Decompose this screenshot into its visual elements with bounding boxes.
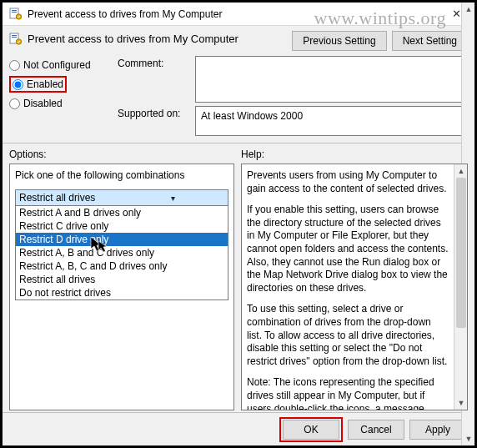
policy-icon	[9, 33, 23, 46]
scroll-thumb[interactable]	[456, 178, 466, 328]
scrollbar[interactable]: ▲ ▼	[454, 164, 467, 410]
radio-label: Disabled	[23, 98, 63, 109]
dropdown-item[interactable]: Restrict all drives	[16, 273, 228, 286]
radio-enabled-input[interactable]	[13, 79, 23, 90]
previous-setting-button[interactable]: Previous Setting	[292, 31, 386, 51]
help-paragraph: To use this setting, select a drive or c…	[247, 303, 449, 368]
window-title: Prevent access to drives from My Compute…	[28, 8, 444, 20]
chevron-down-icon: ▾	[122, 194, 224, 203]
dropdown-item[interactable]: Restrict A and B drives only	[16, 206, 228, 219]
options-label: Options:	[9, 147, 234, 164]
divider	[3, 143, 474, 143]
supported-label: Supported on:	[118, 106, 188, 119]
options-prompt: Pick one of the following combinations	[15, 169, 228, 181]
ok-button[interactable]: OK	[283, 420, 339, 440]
bottom-bar: OK Cancel Apply	[3, 412, 474, 445]
titlebar: Prevent access to drives from My Compute…	[3, 3, 474, 26]
radio-not-configured[interactable]: Not Configured	[9, 59, 101, 71]
radio-not-configured-input[interactable]	[9, 60, 20, 71]
supported-box: At least Windows 2000 ▲ ▼	[195, 106, 468, 136]
scroll-up-icon[interactable]: ▲	[454, 164, 468, 178]
apply-button[interactable]: Apply	[409, 420, 466, 440]
comment-input[interactable]	[195, 56, 468, 103]
dropdown-list: Restrict A and B drives onlyRestrict C d…	[16, 205, 228, 300]
dropdown-selected-text: Restrict all drives	[19, 192, 122, 204]
next-setting-button[interactable]: Next Setting	[392, 31, 468, 51]
help-panel: Prevents users from using My Computer to…	[241, 164, 468, 410]
radio-enabled[interactable]: Enabled	[9, 76, 67, 93]
dropdown-item[interactable]: Restrict C drive only	[16, 219, 228, 233]
help-paragraph: Note: The icons representing the specifi…	[247, 376, 449, 410]
supported-value: At least Windows 2000	[201, 110, 303, 122]
radio-label: Not Configured	[23, 59, 91, 71]
dropdown-item[interactable]: Restrict D drive only	[16, 233, 228, 246]
comment-label: Comment:	[118, 56, 188, 69]
drives-dropdown[interactable]: Restrict all drives ▾ Restrict A and B d…	[15, 189, 228, 300]
radio-disabled[interactable]: Disabled	[9, 98, 101, 109]
dropdown-selected[interactable]: Restrict all drives ▾	[16, 190, 228, 205]
scrollbar[interactable]: ▲ ▼	[461, 106, 468, 136]
header-row: Prevent access to drives from My Compute…	[3, 26, 474, 53]
svg-rect-6	[12, 37, 17, 38]
svg-rect-1	[12, 10, 17, 11]
gpo-policy-dialog: Prevent access to drives from My Compute…	[3, 3, 474, 445]
help-paragraph: Prevents users from using My Computer to…	[247, 169, 449, 195]
policy-title: Prevent access to drives from My Compute…	[28, 31, 287, 45]
options-panel: Pick one of the following combinations R…	[9, 164, 234, 410]
help-label: Help:	[241, 147, 468, 164]
svg-rect-2	[12, 12, 17, 13]
dropdown-item[interactable]: Do not restrict drives	[16, 286, 228, 300]
cancel-button[interactable]: Cancel	[348, 420, 404, 440]
policy-icon	[9, 8, 23, 21]
state-radios: Not Configured Enabled Disabled	[9, 56, 101, 136]
help-paragraph: If you enable this setting, users can br…	[247, 204, 449, 294]
dropdown-item[interactable]: Restrict A, B and C drives only	[16, 246, 228, 259]
dropdown-item[interactable]: Restrict A, B, C and D drives only	[16, 259, 228, 273]
svg-rect-5	[12, 35, 17, 36]
scroll-down-icon[interactable]: ▼	[454, 396, 468, 410]
radio-label: Enabled	[27, 78, 63, 90]
radio-disabled-input[interactable]	[9, 98, 20, 109]
